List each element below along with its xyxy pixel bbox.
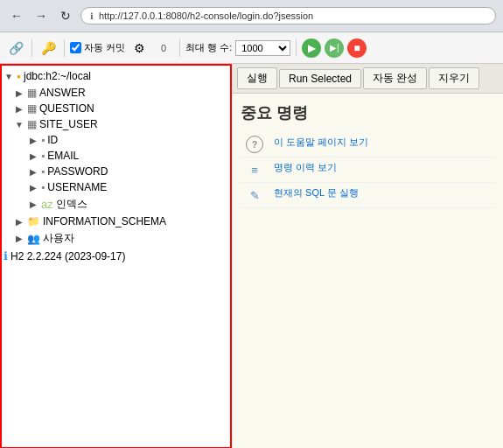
back-button[interactable]: ←	[7, 6, 26, 25]
table-answer-label: ANSWER	[39, 87, 86, 99]
col-password[interactable]: ▶ ▪ PASSWORD	[0, 164, 231, 179]
folder-icon: 📁	[27, 215, 40, 228]
content-area: 중요 명령 ? 이 도움말 페이지 보기 ≡	[232, 94, 503, 448]
expand-col-username: ▶	[28, 182, 38, 192]
command-current-link[interactable]: 현재의 SQL 문 실행	[274, 187, 359, 198]
lock-icon: ℹ	[90, 11, 94, 21]
schema-label: INFORMATION_SCHEMA	[43, 215, 166, 228]
expand-col-password: ▶	[28, 166, 38, 177]
expand-index-icon: ▶	[28, 200, 38, 210]
stop-button[interactable]: ■	[347, 38, 367, 58]
settings-icon[interactable]: ⚙	[129, 38, 150, 59]
connect-icon[interactable]: 🔗	[5, 38, 26, 59]
index-item[interactable]: ▶ az 인덱스	[0, 195, 231, 214]
index-icon: az	[41, 198, 53, 211]
command-row-current: ✎ 현재의 SQL 문 실행	[241, 183, 494, 208]
help-icon: ?	[246, 136, 263, 153]
auto-commit-label: 자동 커밋	[84, 41, 125, 54]
table-site-user[interactable]: ▼ ▦ SITE_USER	[0, 116, 231, 132]
expand-schema-icon: ▶	[14, 216, 24, 227]
col-email-label: EMAIL	[47, 150, 79, 162]
zero-icon: 0	[153, 38, 174, 59]
col-icon-password: ▪	[41, 165, 45, 178]
list-icon: ≡	[246, 161, 263, 178]
expand-col-email: ▶	[28, 150, 38, 161]
max-rows-select[interactable]: 1000 10000 100000	[235, 40, 290, 56]
separator-2	[64, 39, 65, 57]
separator-1	[31, 39, 32, 57]
right-panel: 실행 Run Selected 자동 완성 지우기 중요 명령 ? 이 도움말 …	[232, 64, 503, 448]
app-toolbar: 🔗 🔑 자동 커밋 ⚙ 0 최대 행 수: 1000 10000 100000 …	[0, 32, 503, 64]
col-password-label: PASSWORD	[47, 165, 108, 178]
auto-commit-checkbox[interactable]	[70, 42, 81, 53]
table-icon-siteuser: ▦	[27, 118, 37, 130]
table-icon-question: ▦	[27, 102, 37, 115]
expand-col-id: ▶	[28, 135, 38, 145]
browser-chrome: ← → ↻ ℹ http://127.0.0.1:8080/h2-console…	[0, 0, 503, 32]
db-icon: ▪	[17, 69, 21, 83]
run-play-button[interactable]: ▶	[302, 38, 321, 58]
command-row-help: ? 이 도움말 페이지 보기	[241, 132, 494, 158]
max-rows-label: 최대 행 수:	[185, 41, 232, 54]
users-icon: 👥	[27, 233, 40, 245]
key-icon[interactable]: 🔑	[38, 38, 59, 59]
browser-nav: ← → ↻ ℹ http://127.0.0.1:8080/h2-console…	[0, 0, 503, 32]
auto-complete-button[interactable]: 자동 완성	[363, 67, 427, 89]
auto-commit-checkbox-label[interactable]: 자동 커밋	[70, 41, 125, 54]
url-text: http://127.0.0.1:8080/h2-console/login.d…	[99, 10, 313, 21]
run-selected-action-button[interactable]: Run Selected	[279, 69, 361, 88]
run-button[interactable]: 실행	[237, 67, 277, 89]
index-label: 인덱스	[56, 197, 87, 212]
run-selected-button[interactable]: ▶|	[325, 38, 344, 58]
users-item[interactable]: ▶ 👥 사용자	[0, 229, 231, 248]
col-id-label: ID	[47, 134, 58, 146]
address-bar[interactable]: ℹ http://127.0.0.1:8080/h2-console/login…	[80, 7, 496, 24]
edit-icon: ✎	[246, 186, 263, 204]
section-title: 중요 명령	[241, 102, 494, 123]
table-siteuser-label: SITE_USER	[39, 118, 98, 130]
expand-siteuser-icon: ▼	[14, 119, 24, 130]
commands-table: ? 이 도움말 페이지 보기 ≡ 명령 이력 보기	[241, 132, 494, 208]
col-icon-id: ▪	[41, 134, 45, 146]
col-username[interactable]: ▶ ▪ USERNAME	[0, 179, 231, 195]
col-icon-username: ▪	[41, 181, 45, 193]
col-id[interactable]: ▶ ▪ ID	[0, 132, 231, 148]
left-panel: ▼ ▪ jdbc:h2:~/local ▶ ▦ ANSWER ▶ ▦ QUEST…	[0, 64, 232, 448]
expand-question-icon: ▶	[14, 103, 24, 114]
expand-users-icon: ▶	[14, 234, 24, 244]
version-label: H2 2.2.224 (2023-09-17)	[10, 250, 125, 262]
version-item: ℹ H2 2.2.224 (2023-09-17)	[0, 248, 231, 264]
table-question[interactable]: ▶ ▦ QUESTION	[0, 101, 231, 116]
db-label: jdbc:h2:~/local	[24, 70, 91, 82]
forward-button[interactable]: →	[31, 6, 51, 25]
info-icon: ℹ	[3, 249, 8, 262]
command-row-history: ≡ 명령 이력 보기	[241, 158, 494, 183]
clear-button[interactable]: 지우기	[429, 67, 479, 89]
col-email[interactable]: ▶ ▪ EMAIL	[0, 148, 231, 164]
expand-db-icon: ▼	[3, 71, 14, 81]
col-username-label: USERNAME	[47, 181, 107, 193]
table-question-label: QUESTION	[39, 102, 94, 115]
schema-item[interactable]: ▶ 📁 INFORMATION_SCHEMA	[0, 214, 231, 229]
action-bar: 실행 Run Selected 자동 완성 지우기	[232, 64, 503, 94]
command-help-link[interactable]: 이 도움말 페이지 보기	[274, 136, 368, 147]
refresh-button[interactable]: ↻	[56, 6, 75, 25]
main-layout: ▼ ▪ jdbc:h2:~/local ▶ ▦ ANSWER ▶ ▦ QUEST…	[0, 64, 503, 448]
separator-4	[296, 39, 297, 57]
command-history-link[interactable]: 명령 이력 보기	[274, 162, 337, 172]
table-answer[interactable]: ▶ ▦ ANSWER	[0, 85, 231, 101]
table-icon-answer: ▦	[27, 87, 37, 99]
separator-3	[179, 39, 180, 57]
users-label: 사용자	[43, 231, 74, 246]
expand-answer-icon: ▶	[14, 88, 24, 98]
col-icon-email: ▪	[41, 150, 45, 162]
db-root[interactable]: ▼ ▪ jdbc:h2:~/local	[0, 67, 231, 85]
